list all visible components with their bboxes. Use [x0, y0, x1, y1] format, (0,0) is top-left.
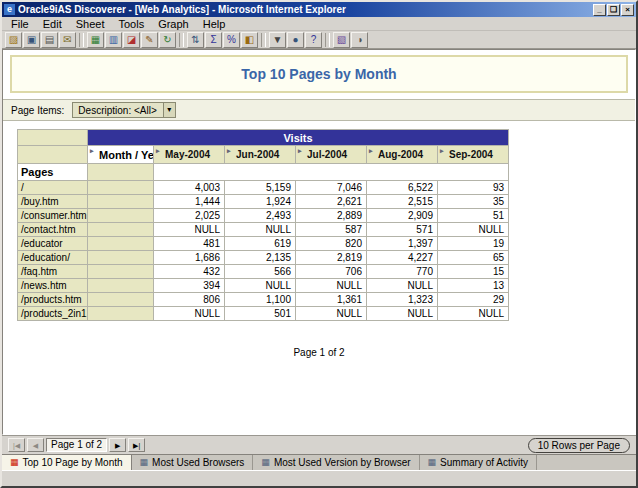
last-page-button[interactable]: ▶| — [128, 438, 145, 452]
minimize-button[interactable]: _ — [593, 4, 606, 16]
conditional-format-icon[interactable]: ◧ — [241, 32, 258, 48]
data-cell: NULL — [438, 223, 509, 237]
data-cell: 1,100 — [225, 293, 296, 307]
prev-page-button[interactable]: ◀ — [27, 438, 44, 452]
month-year-header[interactable]: ▸ Month / Year — [88, 146, 154, 164]
corner-cell — [18, 146, 88, 164]
page-row-label: /buy.htm — [18, 195, 88, 209]
data-cell: 2,909 — [367, 209, 438, 223]
tab-summary-of-activity[interactable]: ▦ Summary of Activity — [420, 455, 537, 470]
data-cell: 1,323 — [367, 293, 438, 307]
table-row: /contact.htmNULLNULL587571NULL — [18, 223, 509, 237]
data-cell: 13 — [438, 279, 509, 293]
data-cell: NULL — [438, 307, 509, 321]
menu-bar: File Edit Sheet Tools Graph Help — [2, 17, 636, 31]
data-cell: NULL — [367, 279, 438, 293]
options-icon[interactable]: ◑ — [351, 32, 368, 48]
month-year-label: Month / Year — [99, 149, 154, 161]
pages-header-row: Pages — [18, 164, 509, 181]
menu-sheet[interactable]: Sheet — [69, 18, 112, 30]
visits-header: Visits — [88, 130, 509, 146]
drill-arrow-icon[interactable]: ▸ — [227, 147, 231, 155]
data-cell: 93 — [438, 181, 509, 195]
column-header-label: Jun-2004 — [236, 149, 279, 160]
help-icon[interactable]: ? — [305, 32, 322, 48]
tab-top-10-page-by-month[interactable]: ▦ Top 10 Page by Month — [2, 455, 132, 470]
data-cell: 2,889 — [296, 209, 367, 223]
next-page-button[interactable]: ▶ — [109, 438, 126, 452]
data-cell: 394 — [154, 279, 225, 293]
data-cell: 2,493 — [225, 209, 296, 223]
export-icon[interactable]: ▧ — [333, 32, 350, 48]
percentage-icon[interactable]: % — [223, 32, 240, 48]
data-cell: 1,924 — [225, 195, 296, 209]
drill-arrow-icon[interactable]: ▸ — [440, 147, 444, 155]
filler-cell — [88, 237, 154, 251]
crosstab-body: /4,0035,1597,0466,52293/buy.htm1,4441,92… — [18, 181, 509, 321]
table-row: /educator4816198201,39719 — [18, 237, 509, 251]
page-indicator-text: Page 1 of 2 — [3, 347, 635, 358]
data-cell: 2,025 — [154, 209, 225, 223]
application-window: e Oracle9iAS Discoverer - [Web Analytics… — [0, 0, 638, 488]
crosstab-layout-icon[interactable]: ▥ — [105, 32, 122, 48]
description-dropdown[interactable]: Description: <All> ▾ — [72, 102, 175, 118]
page-row-label: /news.htm — [18, 279, 88, 293]
window-title: Oracle9iAS Discoverer - [Web Analytics] … — [18, 4, 590, 15]
send-email-icon[interactable]: ✉ — [59, 32, 76, 48]
open-workbook-icon[interactable]: ▨ — [5, 32, 22, 48]
drill-icon[interactable]: ▼ — [269, 32, 286, 48]
table-row: /products_2in1.htmNULL501NULLNULLNULL — [18, 307, 509, 321]
data-cell: 2,515 — [367, 195, 438, 209]
column-header-jun-2004[interactable]: ▸ Jun-2004 — [225, 146, 296, 164]
visits-header-row: Visits — [18, 130, 509, 146]
menu-graph[interactable]: Graph — [151, 18, 196, 30]
data-cell: 587 — [296, 223, 367, 237]
menu-help[interactable]: Help — [196, 18, 233, 30]
maximize-button[interactable]: ❏ — [607, 4, 620, 16]
drill-arrow-icon[interactable]: ▸ — [90, 147, 94, 155]
column-header-aug-2004[interactable]: ▸ Aug-2004 — [367, 146, 438, 164]
data-cell: 15 — [438, 265, 509, 279]
page-row-label: /products_2in1.htm — [18, 307, 88, 321]
toolbar-separator — [325, 33, 330, 47]
page-row-label: /education/ — [18, 251, 88, 265]
drill-arrow-icon[interactable]: ▸ — [369, 147, 373, 155]
data-cell: 51 — [438, 209, 509, 223]
tab-label: Most Used Browsers — [152, 457, 244, 468]
drill-arrow-icon[interactable]: ▸ — [298, 147, 302, 155]
page-row-label: /faq.htm — [18, 265, 88, 279]
menu-file[interactable]: File — [4, 18, 36, 30]
rows-per-page-button[interactable]: 10 Rows per Page — [528, 438, 630, 453]
page-row-label: /products.htm — [18, 293, 88, 307]
page-row-label: /educator — [18, 237, 88, 251]
menu-tools[interactable]: Tools — [111, 18, 151, 30]
refresh-icon[interactable]: ↻ — [159, 32, 176, 48]
column-header-may-2004[interactable]: ▸ May-2004 — [154, 146, 225, 164]
first-page-button[interactable]: |◀ — [8, 438, 25, 452]
blank-cell — [154, 164, 509, 181]
menu-edit[interactable]: Edit — [36, 18, 69, 30]
worksheet-area: Top 10 Pages by Month Page Items: Descri… — [2, 49, 636, 435]
filler-cell — [88, 279, 154, 293]
graph-icon[interactable]: ◪ — [123, 32, 140, 48]
close-button[interactable]: × — [621, 4, 634, 16]
table-layout-icon[interactable]: ▦ — [87, 32, 104, 48]
zoom-icon[interactable]: ● — [287, 32, 304, 48]
tab-label: Top 10 Page by Month — [23, 457, 123, 468]
save-workbook-icon[interactable]: ▣ — [23, 32, 40, 48]
column-header-sep-2004[interactable]: ▸ Sep-2004 — [438, 146, 509, 164]
totals-icon[interactable]: Σ — [205, 32, 222, 48]
print-icon[interactable]: ▤ — [41, 32, 58, 48]
drill-arrow-icon[interactable]: ▸ — [156, 147, 160, 155]
tab-most-used-version-by-browser[interactable]: ▦ Most Used Version by Browser — [253, 455, 419, 470]
data-cell: 1,397 — [367, 237, 438, 251]
column-header-jul-2004[interactable]: ▸ Jul-2004 — [296, 146, 367, 164]
data-cell: 4,003 — [154, 181, 225, 195]
tab-most-used-browsers[interactable]: ▦ Most Used Browsers — [132, 455, 254, 470]
edit-worksheet-icon[interactable]: ✎ — [141, 32, 158, 48]
filler-cell — [88, 181, 154, 195]
filler-cell — [88, 209, 154, 223]
filler-cell — [88, 293, 154, 307]
sort-icon[interactable]: ⇅ — [187, 32, 204, 48]
data-cell: 619 — [225, 237, 296, 251]
